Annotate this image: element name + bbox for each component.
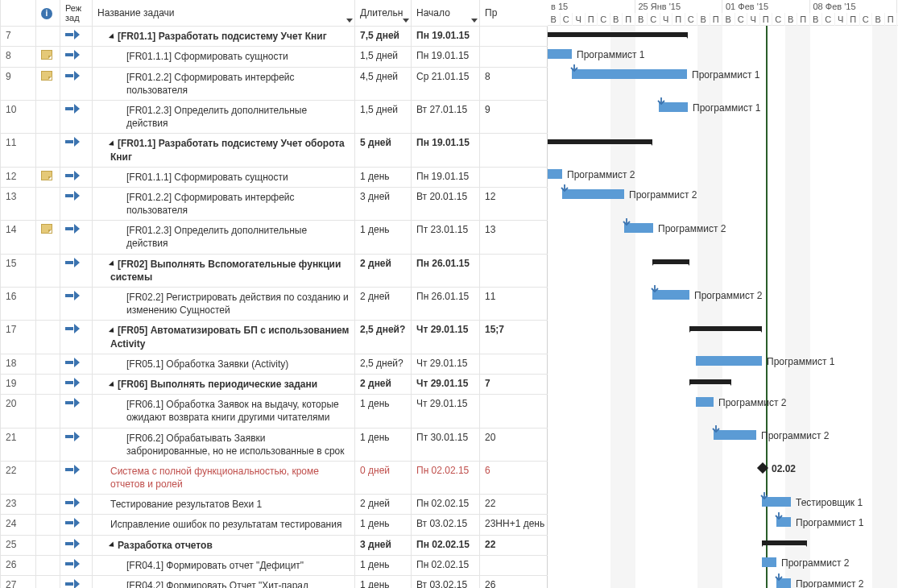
task-row[interactable]: 18[FR05.1] Обработка Заявки (Activity)2,… [1, 354, 548, 374]
gantt-summary-bar[interactable] [689, 379, 731, 384]
collapse-caret-icon[interactable] [109, 141, 116, 148]
link-arrow-icon [760, 491, 768, 503]
gantt-body[interactable]: Программист 1Программист 1Программист 1П… [548, 26, 898, 588]
task-name: Тестирование результатов Вехи 1 [110, 499, 262, 510]
day-cell: П [672, 13, 685, 26]
link-arrow-icon [561, 184, 569, 195]
milestone-label: 02.02 [772, 463, 796, 474]
resource-label: Программист 1 [693, 102, 760, 114]
task-name: [FR01.1] Разработать подсистему Учет обо… [110, 138, 345, 162]
task-name: [FR02.2] Регистрировать действия по созд… [126, 292, 349, 316]
gantt-summary-bar[interactable] [762, 540, 807, 545]
task-row[interactable]: 8[FR01.1.1] Сформировать сущности1,5 дне… [1, 47, 548, 67]
col-mode[interactable]: Реж зад [60, 0, 93, 27]
chevron-down-icon[interactable] [346, 19, 353, 23]
task-name: [FR01.1] Разработать подсистему Учет Кни… [118, 31, 327, 42]
task-row[interactable]: 22Система с полной функциональностью, кр… [1, 461, 548, 494]
month-cell: 08 Фев '15 [810, 0, 898, 13]
collapse-caret-icon[interactable] [109, 328, 116, 335]
collapse-caret-icon[interactable] [109, 261, 116, 268]
chevron-down-icon[interactable] [403, 19, 409, 23]
auto-schedule-icon [65, 559, 80, 569]
gantt-summary-bar[interactable] [548, 32, 688, 37]
gantt-task-bar[interactable] [548, 169, 562, 179]
task-row[interactable]: 21[FR06.2] Обрабатывать Заявки заброниро… [1, 428, 548, 461]
task-row[interactable]: 9[FR01.2.2] Сформировать интерфейс польз… [1, 67, 548, 100]
task-row[interactable]: 7[FR01.1] Разработать подсистему Учет Кн… [1, 27, 548, 47]
auto-schedule-icon [65, 324, 80, 333]
task-row[interactable]: 19[FR06] Выполнять периодические задани2… [1, 374, 548, 394]
task-name: [FR01.2.2] Сформировать интерфейс пользо… [126, 72, 295, 96]
gantt-summary-bar[interactable] [652, 259, 689, 264]
task-name: [FR05] Автоматизировать БП с использован… [110, 325, 349, 349]
auto-schedule-icon [65, 224, 80, 234]
task-name: [FR04.1] Формировать отчет "Дефицит" [126, 560, 304, 571]
gantt-summary-bar[interactable] [548, 139, 652, 144]
task-row[interactable]: 15[FR02] Выполнять Вспомогательные функц… [1, 254, 548, 287]
day-cell: В [610, 13, 623, 26]
task-row[interactable]: 26[FR04.1] Формировать отчет "Дефицит"1 … [1, 555, 548, 575]
task-row[interactable]: 25Разработка отчетов3 днейПн 02.02.1522 [1, 535, 548, 555]
resource-label: Программист 2 [629, 189, 697, 201]
auto-schedule-icon [65, 358, 80, 367]
grid-header-row: i Реж зад Название задачи Длительн Начал… [1, 0, 548, 27]
day-cell: С [685, 13, 698, 26]
gantt-task-bar[interactable] [696, 397, 714, 407]
auto-schedule-icon [65, 104, 80, 114]
resource-label: Программист 2 [567, 169, 635, 180]
task-row[interactable]: 12[FR01.1.1] Сформировать сущности1 день… [1, 167, 548, 187]
task-row[interactable]: 23Тестирование результатов Вехи 12 днейП… [1, 495, 548, 515]
link-arrow-icon [712, 424, 720, 436]
task-row[interactable]: 24Исправление ошибок по результатам тест… [1, 515, 548, 535]
day-cell: С [598, 13, 610, 26]
task-row[interactable]: 27[FR04.2] Формировать Отчет "Хит-парад1… [1, 576, 548, 589]
task-name: Исправление ошибок по результатам тестир… [110, 519, 341, 530]
col-id[interactable] [1, 0, 36, 27]
link-arrow-icon [775, 573, 783, 584]
task-row[interactable]: 20[FR06.1] Обработка Заявок на выдачу, к… [1, 395, 548, 428]
gantt-task-bar[interactable] [762, 557, 776, 567]
resource-label: Программист 1 [692, 69, 759, 81]
gantt-summary-bar[interactable] [689, 326, 762, 331]
col-start[interactable]: Начало [412, 0, 480, 27]
weekend-shade [872, 26, 897, 588]
gantt-task-bar[interactable] [548, 49, 572, 59]
info-icon: i [41, 8, 52, 19]
collapse-caret-icon[interactable] [109, 542, 116, 549]
resource-label: Программист 1 [796, 517, 863, 528]
col-name[interactable]: Название задачи [93, 0, 355, 27]
task-name: [FR05.1] Обработка Заявки (Activity) [126, 358, 288, 370]
gantt-timescale: в 1525 Янв '1501 Фев '1508 Фев '15 ВСЧПС… [548, 0, 898, 26]
task-name: Разработка отчетов [118, 540, 213, 551]
resource-label: Тестировщик 1 [796, 497, 863, 508]
gantt-task-bar[interactable] [696, 356, 762, 366]
day-cell: П [586, 13, 598, 26]
auto-schedule-icon [65, 579, 80, 588]
chevron-down-icon[interactable] [471, 19, 478, 23]
collapse-caret-icon[interactable] [109, 381, 116, 388]
task-grid[interactable]: i Реж зад Название задачи Длительн Начал… [0, 0, 548, 588]
task-row[interactable]: 16[FR02.2] Регистрировать действия по со… [1, 288, 548, 321]
note-icon [41, 50, 52, 60]
task-row[interactable]: 10[FR01.2.3] Определить дополнительные д… [1, 100, 548, 133]
task-row[interactable]: 11[FR01.1] Разработать подсистему Учет о… [1, 134, 548, 167]
collapse-caret-icon[interactable] [109, 33, 116, 40]
resource-label: Программист 2 [781, 557, 849, 569]
col-info[interactable]: i [36, 0, 60, 27]
gantt-task-bar[interactable] [572, 69, 687, 79]
auto-schedule-icon [65, 71, 80, 81]
gantt-task-bar[interactable] [562, 189, 624, 199]
task-row[interactable]: 13[FR01.2.2] Сформировать интерфейс поль… [1, 187, 548, 220]
auto-schedule-icon [65, 465, 80, 474]
task-row[interactable]: 17[FR05] Автоматизировать БП с использов… [1, 321, 548, 354]
gantt-chart[interactable]: в 1525 Янв '1501 Фев '1508 Фев '15 ВСЧПС… [548, 0, 898, 588]
resource-label: Программист 1 [767, 356, 834, 367]
link-arrow-icon [775, 511, 783, 523]
col-duration[interactable]: Длительн [355, 0, 412, 27]
col-pred[interactable]: Пр [480, 0, 548, 27]
day-cell: П [623, 13, 635, 26]
day-cell: С [772, 13, 785, 26]
day-cell: В [785, 13, 798, 26]
day-cell: С [822, 13, 835, 26]
task-row[interactable]: 14[FR01.2.3] Определить дополнительные д… [1, 221, 548, 254]
